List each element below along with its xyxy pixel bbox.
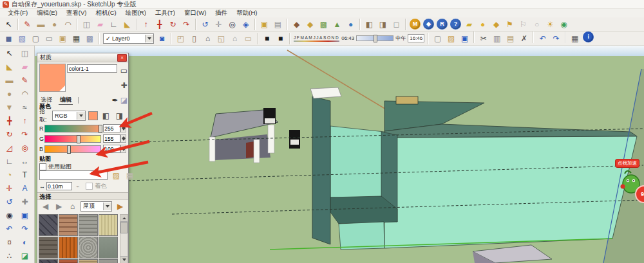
materials-window-icon[interactable]: ▤ — [271, 17, 285, 31]
doorway-base-face[interactable] — [339, 222, 384, 249]
shadow-time-slider[interactable] — [356, 35, 393, 41]
sun-icon[interactable]: ☀ — [544, 17, 557, 31]
green-value-input[interactable] — [103, 134, 120, 143]
menu-window[interactable]: 窗口(W) — [180, 9, 210, 17]
position-camera-tool[interactable]: ¤ — [2, 235, 17, 249]
r-slider-thumb[interactable] — [99, 125, 102, 133]
add-location-icon[interactable]: ▩ — [317, 17, 330, 31]
save-file-icon[interactable]: ▣ — [458, 32, 471, 45]
back-edges-style[interactable]: ◼ — [2, 32, 15, 45]
layer-dropdown-arrow[interactable] — [145, 35, 153, 42]
category-dropdown[interactable]: 屋顶 — [80, 201, 112, 212]
building-front-face[interactable] — [384, 136, 637, 248]
copy-icon[interactable]: ▥ — [490, 32, 504, 45]
white-flag-icon[interactable]: ⚐ — [516, 17, 530, 31]
delete-icon[interactable]: ✗ — [517, 32, 531, 45]
secondary-pane-icon[interactable]: ▭ — [117, 64, 131, 77]
material-thumb-gravel[interactable] — [79, 237, 98, 258]
material-thumb-orange-tiles[interactable] — [59, 237, 78, 258]
home-icon[interactable]: ⌂ — [66, 199, 79, 213]
blue-slider[interactable] — [44, 145, 102, 153]
eraser-tool[interactable]: ▰ — [17, 60, 33, 73]
scroll-down-icon[interactable] — [120, 256, 128, 263]
look-around-tool[interactable]: ◐ — [17, 235, 33, 249]
material-thumb-green-concrete[interactable] — [99, 237, 118, 258]
orbit-tool[interactable]: ↺ — [198, 17, 212, 31]
undo-icon[interactable]: ↶ — [536, 32, 549, 45]
open-file-icon[interactable]: ▨ — [444, 32, 458, 45]
print-icon[interactable]: ▦ — [568, 32, 582, 45]
close-icon[interactable]: × — [117, 54, 127, 62]
black-component-1[interactable] — [263, 108, 276, 124]
arc-tool[interactable]: ◠ — [61, 17, 75, 31]
zoom-window-tool[interactable]: ▣ — [17, 208, 33, 222]
material-thumb-gray-tiles[interactable] — [79, 214, 98, 236]
pan-tool[interactable]: ✛ — [212, 17, 225, 31]
move-tool[interactable]: ╋ — [2, 114, 17, 127]
menu-view[interactable]: 查看(V) — [62, 9, 91, 17]
black-component-2[interactable] — [289, 130, 300, 149]
model-box-icon[interactable]: ◻ — [390, 17, 403, 31]
shed-leg-middle[interactable] — [254, 140, 260, 163]
make-component-tool[interactable]: ◫ — [17, 46, 33, 60]
tag-icon[interactable]: ▰ — [462, 17, 476, 31]
m-badge-icon[interactable]: M — [410, 19, 421, 30]
material-thumb-tan-shingles[interactable] — [79, 259, 98, 263]
select-tool[interactable]: ↖ — [2, 46, 17, 60]
forward-icon[interactable]: ▶ — [52, 199, 66, 213]
tab-edit[interactable]: 编辑 — [59, 96, 73, 105]
shadow-month-slider[interactable]: JFMAMJJASOND — [294, 35, 339, 42]
doorway-inner-face[interactable] — [330, 126, 384, 199]
layer-dropdown[interactable]: ✓ Layer0 — [103, 33, 154, 44]
pan-tool[interactable]: ✚ — [17, 195, 33, 208]
edit-texture-icon[interactable]: ▦ — [123, 168, 137, 182]
shadow-black-box-icon[interactable]: ■ — [274, 32, 287, 45]
red-value-spinner[interactable] — [120, 124, 126, 132]
scrollbar-thumb[interactable] — [120, 222, 128, 233]
iso-view-icon[interactable]: ◰ — [174, 32, 187, 45]
materials-dialog-titlebar[interactable]: 材质 × — [37, 53, 128, 62]
blue-value-input[interactable] — [103, 145, 120, 153]
diamond-badge-icon[interactable]: ◆ — [423, 19, 434, 30]
match-object-color-icon[interactable]: ◧ — [99, 109, 113, 122]
menu-camera[interactable]: 相机(C) — [91, 9, 120, 17]
walk-tool[interactable]: ∴ — [2, 249, 17, 262]
material-name-input[interactable] — [67, 64, 117, 73]
polygon-tool[interactable]: ▼ — [2, 100, 17, 114]
spinner-top-icon[interactable]: ◆ — [489, 17, 503, 31]
shed-leg-right[interactable] — [268, 125, 274, 153]
move-tool[interactable]: ╋ — [153, 17, 166, 31]
browse-texture-icon[interactable]: ▨ — [109, 168, 123, 182]
protractor-tool[interactable]: ◔ — [2, 168, 17, 181]
make-component-tool[interactable]: ◫ — [80, 17, 93, 31]
material-thumb-red-tiles[interactable] — [59, 259, 78, 263]
menu-plugins[interactable]: 插件 — [211, 9, 231, 17]
zoom-tool[interactable]: ◎ — [225, 17, 239, 31]
offset-tool[interactable]: ◎ — [17, 141, 33, 154]
green-slider[interactable] — [44, 135, 102, 143]
colorize-checkbox[interactable] — [86, 183, 93, 190]
rooftop-tan-box[interactable] — [396, 96, 418, 104]
material-thumb-slate-shingles[interactable] — [39, 214, 58, 236]
rotate-tool[interactable]: ↻ — [166, 17, 180, 31]
menu-edit[interactable]: 编辑(E) — [33, 9, 61, 17]
b-slider-thumb[interactable] — [67, 145, 71, 154]
category-dropdown-arrow[interactable] — [103, 203, 111, 210]
shadow-time-knob[interactable] — [374, 35, 377, 42]
orbit-tool[interactable]: ↺ — [2, 195, 17, 208]
tape-measure-tool[interactable]: ∟ — [107, 17, 120, 31]
use-texture-checkbox[interactable] — [39, 163, 46, 170]
xray-style[interactable]: ▧ — [15, 32, 29, 45]
texture-size-input[interactable] — [46, 182, 72, 190]
create-material-icon[interactable]: ✚ — [117, 78, 131, 92]
3d-text-tool[interactable]: A — [17, 181, 33, 195]
rectangle-tool[interactable]: ▬ — [34, 17, 48, 31]
rotate-tool[interactable]: ↻ — [2, 127, 17, 141]
dimension-tool[interactable]: ↔ — [17, 154, 33, 168]
front-view-icon[interactable]: ⌂ — [201, 32, 214, 45]
shed-leg-left[interactable] — [209, 137, 215, 161]
circle-tool[interactable]: ● — [2, 87, 17, 100]
text-tool[interactable]: T — [17, 168, 33, 181]
freehand-tool[interactable]: ≈ — [17, 100, 33, 114]
match-screen-color-icon[interactable]: ◨ — [113, 109, 126, 122]
